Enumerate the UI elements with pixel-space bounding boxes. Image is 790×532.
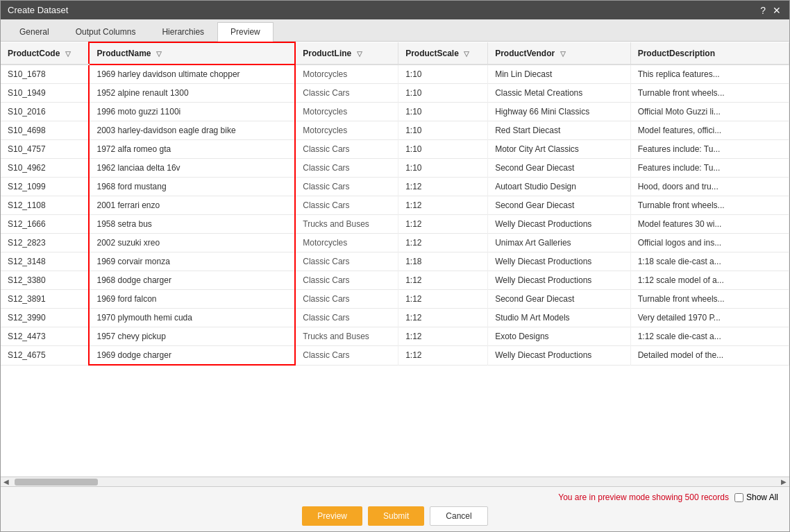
cell-productdescription: Hood, doors and tru... (630, 178, 789, 196)
filter-icon-productscale[interactable]: ▽ (464, 50, 469, 58)
table-scroll[interactable]: ProductCode ▽ ProductName ▽ ProductLine … (1, 42, 789, 477)
cell-productvendor: Exoto Designs (488, 327, 630, 346)
cell-productscale: 1:12 (398, 290, 488, 309)
cell-productvendor: Classic Metal Creations (488, 84, 630, 103)
table-row: S12_10991968 ford mustangClassic Cars1:1… (1, 178, 789, 196)
tab-output-columns[interactable]: Output Columns (62, 22, 149, 41)
cell-productvendor: Autoart Studio Design (488, 178, 630, 196)
cell-productscale: 1:10 (398, 140, 488, 159)
create-dataset-dialog: Create Dataset ? ✕ General Output Column… (0, 0, 790, 532)
col-header-productvendor: ProductVendor ▽ (488, 42, 630, 65)
table-row: S12_11082001 ferrari enzoClassic Cars1:1… (1, 196, 789, 215)
table-row: S10_46982003 harley-davidson eagle drag … (1, 121, 789, 140)
table-row: S10_20161996 moto guzzi 1100iMotorcycles… (1, 103, 789, 121)
cell-productname: 1969 corvair monza (89, 252, 295, 271)
cell-productline: Motorcycles (295, 234, 398, 252)
table-row: S12_46751969 dodge chargerClassic Cars1:… (1, 346, 789, 366)
cell-productdescription: Features include: Tu... (630, 159, 789, 178)
cell-productscale: 1:10 (398, 121, 488, 140)
help-button[interactable]: ? (759, 6, 767, 15)
cell-productdescription: 1:12 scale model of a... (630, 271, 789, 290)
cell-productdescription: This replica features... (630, 65, 789, 84)
scroll-left-arrow[interactable]: ◀ (1, 478, 12, 486)
cell-productcode: S10_4962 (1, 159, 89, 178)
cell-productline: Classic Cars (295, 309, 398, 327)
cell-productline: Motorcycles (295, 65, 398, 84)
horizontal-scrollbar[interactable]: ◀ ▶ (1, 477, 789, 486)
cell-productline: Classic Cars (295, 178, 398, 196)
cell-productscale: 1:10 (398, 159, 488, 178)
cell-productline: Classic Cars (295, 196, 398, 215)
cell-productname: 1962 lanciaa delta 16v (89, 159, 295, 178)
data-table: ProductCode ▽ ProductName ▽ ProductLine … (1, 42, 789, 366)
col-header-productname: ProductName ▽ (89, 42, 295, 65)
cell-productdescription: Very detailed 1970 P... (630, 309, 789, 327)
cell-productname: 2001 ferrari enzo (89, 196, 295, 215)
cell-productvendor: Second Gear Diecast (488, 196, 630, 215)
preview-button[interactable]: Preview (302, 506, 362, 526)
cell-productname: 1968 ford mustang (89, 178, 295, 196)
cell-productcode: S12_3380 (1, 271, 89, 290)
close-button[interactable]: ✕ (771, 6, 782, 15)
filter-icon-productline[interactable]: ▽ (357, 50, 362, 58)
cell-productname: 1969 harley davidson ultimate chopper (89, 65, 295, 84)
cell-productvendor: Second Gear Diecast (488, 290, 630, 309)
table-row: S10_49621962 lanciaa delta 16vClassic Ca… (1, 159, 789, 178)
cell-productline: Trucks and Buses (295, 215, 398, 234)
cell-productcode: S10_1678 (1, 65, 89, 84)
scrollbar-thumb-h[interactable] (15, 479, 98, 486)
tab-preview[interactable]: Preview (217, 22, 274, 42)
cell-productvendor: Welly Diecast Productions (488, 271, 630, 290)
status-text: You are in preview mode showing 500 reco… (558, 492, 729, 502)
col-header-productscale: ProductScale ▽ (398, 42, 488, 65)
scroll-right-arrow[interactable]: ▶ (778, 478, 789, 486)
cell-productline: Motorcycles (295, 121, 398, 140)
cell-productscale: 1:12 (398, 327, 488, 346)
filter-icon-productvendor[interactable]: ▽ (560, 50, 566, 58)
show-all-container: Show All (734, 492, 778, 502)
cell-productdescription: Turnable front wheels... (630, 290, 789, 309)
cell-productvendor: Red Start Diecast (488, 121, 630, 140)
cell-productscale: 1:10 (398, 84, 488, 103)
cell-productline: Classic Cars (295, 159, 398, 178)
table-header-row: ProductCode ▽ ProductName ▽ ProductLine … (1, 42, 789, 65)
tab-bar: General Output Columns Hierarchies Previ… (1, 19, 789, 42)
cell-productvendor: Welly Diecast Productions (488, 346, 630, 366)
table-row: S12_33801968 dodge chargerClassic Cars1:… (1, 271, 789, 290)
filter-icon-productname[interactable]: ▽ (156, 50, 162, 58)
tab-hierarchies[interactable]: Hierarchies (149, 22, 217, 41)
cell-productvendor: Min Lin Diecast (488, 65, 630, 84)
cell-productdescription: Official logos and ins... (630, 234, 789, 252)
table-body: S10_16781969 harley davidson ultimate ch… (1, 65, 789, 365)
cell-productname: 1969 dodge charger (89, 346, 295, 366)
cell-productscale: 1:12 (398, 346, 488, 366)
cell-productscale: 1:12 (398, 271, 488, 290)
footer: You are in preview mode showing 500 reco… (1, 486, 789, 531)
cell-productline: Trucks and Buses (295, 327, 398, 346)
title-bar-buttons: ? ✕ (759, 6, 782, 15)
cell-productcode: S10_2016 (1, 103, 89, 121)
table-row: S10_16781969 harley davidson ultimate ch… (1, 65, 789, 84)
cell-productcode: S12_3990 (1, 309, 89, 327)
cancel-button[interactable]: Cancel (430, 506, 487, 526)
table-row: S12_28232002 suzuki xreoMotorcycles1:12U… (1, 234, 789, 252)
show-all-checkbox[interactable] (734, 493, 743, 502)
cell-productscale: 1:12 (398, 234, 488, 252)
table-row: S12_31481969 corvair monzaClassic Cars1:… (1, 252, 789, 271)
cell-productcode: S10_4698 (1, 121, 89, 140)
cell-productvendor: Second Gear Diecast (488, 159, 630, 178)
filter-icon-productcode[interactable]: ▽ (65, 50, 71, 58)
footer-status: You are in preview mode showing 500 reco… (12, 492, 778, 502)
show-all-label[interactable]: Show All (746, 492, 778, 502)
cell-productdescription: Model features 30 wi... (630, 215, 789, 234)
tab-general[interactable]: General (6, 22, 62, 41)
cell-productscale: 1:12 (398, 309, 488, 327)
col-header-productcode: ProductCode ▽ (1, 42, 89, 65)
col-header-productdescription: ProductDescription (630, 42, 789, 65)
cell-productline: Classic Cars (295, 84, 398, 103)
submit-button[interactable]: Submit (368, 506, 424, 526)
cell-productname: 1996 moto guzzi 1100i (89, 103, 295, 121)
cell-productcode: S12_1666 (1, 215, 89, 234)
col-header-productline: ProductLine ▽ (295, 42, 398, 65)
table-row: S10_47571972 alfa romeo gtaClassic Cars1… (1, 140, 789, 159)
